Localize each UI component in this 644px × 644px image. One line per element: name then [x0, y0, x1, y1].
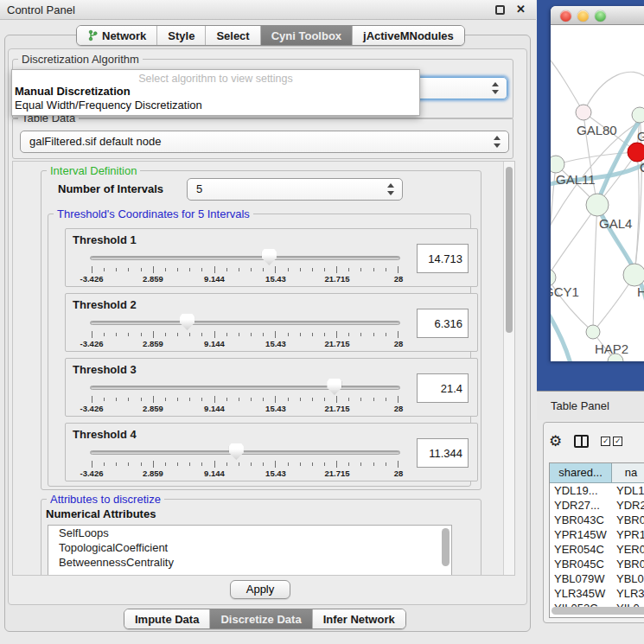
threshold-3-value-field[interactable] [417, 373, 469, 403]
network-node-selected-red[interactable] [628, 143, 644, 162]
threshold-4-slider-thumb[interactable] [229, 443, 244, 460]
threshold-2-scale: -3.426 2.859 9.144 15.43 21.715 28 [92, 339, 399, 349]
tab-select[interactable]: Select [206, 26, 260, 45]
attributes-list-scrollbar[interactable] [442, 528, 450, 566]
algorithm-option-manual[interactable]: Manual Discretization [12, 85, 419, 99]
threshold-4-ticks [92, 461, 399, 468]
panel-title: Control Panel [7, 3, 75, 16]
tab-cyni-toolbox[interactable]: Cyni Toolbox [261, 26, 353, 45]
close-traffic-light[interactable] [560, 10, 571, 22]
node-label-gal11: GAL11 [556, 172, 596, 187]
threshold-4-slider-track[interactable] [90, 450, 400, 455]
threshold-1-value-field[interactable] [417, 244, 469, 273]
table-row[interactable]: YER054CYER0 [550, 542, 644, 557]
combo-arrows-icon [494, 135, 501, 149]
table-row[interactable]: YBR043CYBR0 [550, 513, 644, 527]
column-header-shared-name[interactable]: shared... [550, 463, 612, 482]
threshold-1-slider-track[interactable] [90, 256, 400, 260]
zoom-traffic-light[interactable] [595, 10, 606, 22]
list-item-selfloops[interactable]: SelfLoops [48, 526, 451, 540]
float-window-icon[interactable] [495, 5, 505, 15]
network-canvas[interactable]: GAL80 GA C GAL11 GAL4 GCY1 H HAP2 [551, 25, 644, 361]
number-of-intervals-label: Number of Intervals [58, 182, 163, 195]
network-graph [551, 25, 644, 361]
table-toolbar: ⚙ ✓ ✓ [549, 430, 622, 452]
interval-definition-title: Interval Definition [47, 164, 140, 177]
network-node-gal80[interactable] [576, 105, 591, 120]
application-root: Control Panel ✕ Network Style Select Cyn… [0, 0, 644, 644]
table-panel-body: ⚙ ✓ ✓ shared... na YDL19...YDL1 YDR27...… [543, 422, 644, 623]
table-row[interactable]: YLR345WYLR3 [550, 586, 644, 601]
number-of-intervals-spinner[interactable]: 5 [187, 178, 403, 201]
threshold-3-row: Threshold 3 -3.426 2.859 9.144 15.43 21.… [65, 358, 478, 417]
gear-icon[interactable]: ⚙ [549, 434, 562, 449]
network-window-titlebar [551, 6, 644, 25]
numerical-attributes-label: Numerical Attributes [46, 507, 156, 520]
tab-discretize-data[interactable]: Discretize Data [210, 609, 312, 628]
threshold-1-row: Threshold 1 -3.426 2.859 9.144 15.43 21.… [65, 228, 478, 287]
threshold-4-value-field[interactable] [417, 438, 469, 468]
tab-infer-network[interactable]: Infer Network [313, 609, 405, 628]
network-node-gcy1[interactable] [551, 269, 556, 286]
threshold-3-slider-track[interactable] [90, 386, 400, 390]
network-node-right-h[interactable] [623, 264, 644, 286]
algorithm-dropdown-popup: Select algorithm to view settings Manual… [11, 69, 420, 116]
threshold-4-scale: -3.426 2.859 9.144 15.43 21.715 28 [92, 469, 399, 479]
threshold-3-scale: -3.426 2.859 9.144 15.43 21.715 28 [92, 404, 399, 414]
network-tree-icon [87, 29, 98, 41]
algorithm-option-equal-width[interactable]: Equal Width/Frequency Discretization [12, 99, 419, 112]
table-panel-header: Table Panel [537, 391, 644, 420]
checkbox-icon[interactable]: ✓ [613, 437, 622, 446]
settings-scroll-viewport: Interval Definition Number of Intervals … [12, 161, 515, 576]
attributes-title: Attributes to discretize [47, 493, 164, 506]
tab-jactivemnodules[interactable]: jActiveMNodules [353, 26, 464, 45]
table-row[interactable]: YBL079WYBL0 [550, 571, 644, 586]
combo-arrows-icon [492, 81, 500, 95]
threshold-3-slider-thumb[interactable] [327, 379, 341, 395]
threshold-2-slider-thumb[interactable] [180, 314, 194, 330]
number-of-intervals-value: 5 [196, 182, 202, 195]
table-horizontal-scrollbar[interactable] [552, 607, 644, 615]
tab-impute-data[interactable]: Impute Data [124, 609, 210, 628]
list-item-betweennesscentrality[interactable]: BetweennessCentrality [48, 555, 451, 570]
settings-scrollbar-thumb[interactable] [506, 167, 513, 333]
apply-button[interactable]: Apply [230, 580, 290, 599]
table-data-value: galFiltered.sif default node [29, 135, 161, 148]
threshold-2-ticks [92, 331, 399, 338]
table-row[interactable]: YBR045CYBR0 [550, 557, 644, 571]
threshold-3-ticks [92, 396, 399, 403]
threshold-2-row: Threshold 2 -3.426 2.859 9.144 15.43 21.… [65, 293, 478, 352]
threshold-1-slider-thumb[interactable] [262, 249, 277, 265]
list-item-topologicalcoefficient[interactable]: TopologicalCoefficient [48, 540, 451, 555]
numerical-attributes-list: SelfLoops TopologicalCoefficient Between… [48, 525, 452, 576]
tab-network-label: Network [102, 29, 146, 42]
spinner-arrows-icon [387, 182, 395, 196]
node-label-h: H [637, 284, 644, 299]
settings-scrollbar[interactable] [503, 162, 514, 575]
table-row[interactable]: YPR145WYPR1 [550, 527, 644, 542]
network-node-gal11[interactable] [551, 156, 564, 173]
threshold-2-value-field[interactable] [417, 309, 469, 338]
checkbox-icon[interactable]: ✓ [601, 437, 610, 446]
minimize-traffic-light[interactable] [577, 10, 589, 22]
tab-style[interactable]: Style [157, 26, 206, 45]
threshold-2-slider-track[interactable] [90, 321, 400, 325]
node-label-gal4: GAL4 [599, 216, 632, 231]
table-row[interactable]: YDL19...YDL1 [550, 483, 644, 498]
control-panel-tabs: Network Style Select Cyni Toolbox jActiv… [76, 25, 465, 46]
network-view-window: GAL80 GA C GAL11 GAL4 GCY1 H HAP2 [551, 6, 644, 361]
table-row[interactable]: YDR27...YDR2 [550, 498, 644, 513]
close-icon[interactable]: ✕ [516, 3, 526, 16]
node-label-gcy1: GCY1 [551, 284, 579, 299]
threshold-4-row: Threshold 4 -3.426 2.859 9.144 15.43 21.… [65, 423, 478, 481]
tab-network[interactable]: Network [77, 26, 157, 45]
network-node-gal4[interactable] [586, 194, 609, 216]
column-header-name[interactable]: na [612, 463, 644, 482]
node-attribute-table: shared... na YDL19...YDL1 YDR27...YDR2 Y… [549, 462, 644, 618]
cyni-mode-tabs: Impute Data Discretize Data Infer Networ… [124, 609, 406, 629]
network-node-hap2[interactable] [586, 325, 600, 339]
network-node-top-right[interactable] [632, 107, 644, 123]
discretization-algorithm-title: Discretization Algorithm [18, 53, 143, 66]
split-columns-icon[interactable] [574, 435, 589, 448]
table-data-combobox[interactable]: galFiltered.sif default node [20, 131, 509, 153]
